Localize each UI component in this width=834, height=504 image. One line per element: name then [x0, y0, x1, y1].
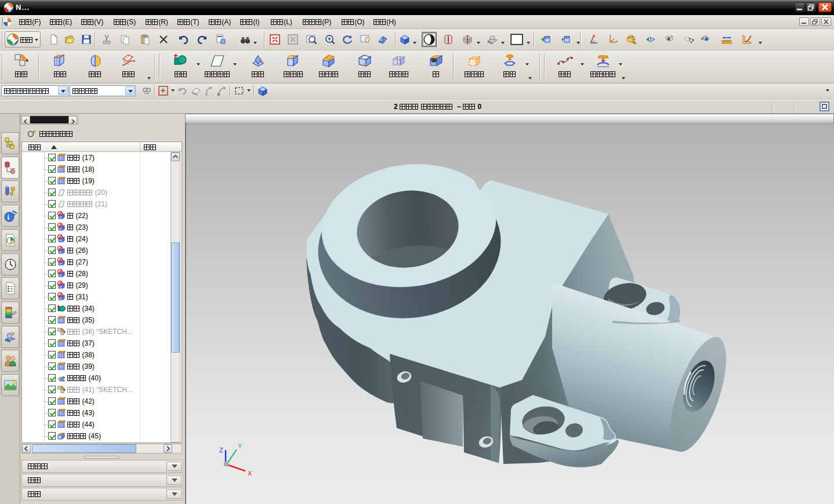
svg-text:X: X — [248, 470, 252, 477]
svg-text:i: i — [8, 213, 10, 222]
svg-text:Y: Y — [238, 443, 242, 449]
svg-text:Z: Z — [219, 447, 223, 454]
